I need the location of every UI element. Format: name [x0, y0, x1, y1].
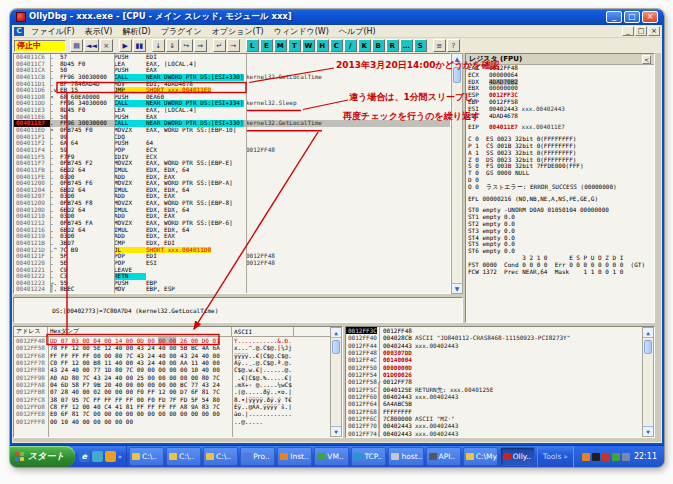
mdi-restore-button[interactable]: □ — [635, 26, 647, 36]
stack-row[interactable]: 0012FF6C│7C800000ASCII "MZ·" — [346, 415, 654, 422]
minimize-button[interactable]: _ — [606, 11, 622, 23]
taskbar-task-button[interactable]: C:\My.. — [463, 447, 498, 466]
disasm-row[interactable]: 00401224│.8BECMOVEBP, ESP — [14, 286, 450, 293]
tray-icon-5[interactable] — [622, 453, 630, 461]
scrollbar-thumb[interactable] — [332, 340, 340, 354]
tools-deskband[interactable]: Tools » — [537, 446, 573, 467]
start-button[interactable]: スタート — [10, 446, 75, 467]
stack-row[interactable]: 0012FF4400402443xxx.00402443 — [346, 342, 654, 349]
disasm-row[interactable]: 00401221.C9LEAVE — [14, 267, 450, 274]
stack-row[interactable]: 0012FF64│6A4ABC5B — [346, 400, 654, 407]
register-line[interactable]: EFL 00000216 (NO,NB,NE,A,NS,PE,GE,G) — [466, 196, 654, 203]
taskbar-task-button[interactable]: VM.. — [314, 447, 349, 466]
dump-row[interactable]: 0012FFB807 28 40 00 02 00 00 00 F0 FF 12… — [14, 388, 342, 395]
tray-icon-4[interactable] — [612, 453, 620, 461]
register-line[interactable]: T 0 GS 0000 NULL — [466, 170, 654, 177]
menu-item[interactable]: ヘルプ(H) — [334, 26, 381, 37]
execute-till-return-button[interactable]: ↵ — [213, 39, 226, 52]
toolbar-letter-/-button[interactable]: / — [344, 39, 357, 52]
register-line[interactable]: ST4 empty 0.0 — [466, 235, 654, 242]
disasm-row[interactable]: 0040121F.5FPOPEDI0012FF48 — [14, 253, 450, 260]
stack-row[interactable]: 0012FF5401D00026 — [346, 371, 654, 378]
disasm-row[interactable]: 0040121B.3BD7CMPEDX, EDI — [14, 240, 450, 247]
taskbar-task-button[interactable]: API.. — [426, 447, 461, 466]
toolbar-letter-K-button[interactable]: K — [358, 39, 371, 52]
toolbar-letter-T-button[interactable]: T — [288, 39, 301, 52]
tray-icon-3[interactable] — [602, 453, 610, 461]
disasm-row[interactable]: 0040121D.^7C B9JLSHORT xxx.004011D8 — [14, 247, 450, 254]
toolbar-letter-R-button[interactable]: R — [386, 39, 399, 52]
register-line[interactable]: D 0 — [466, 177, 654, 184]
menu-item[interactable]: 表示(V) — [80, 26, 118, 37]
stack-pane[interactable]: 0012FF3C0012FF480012FF40004028CBASCII "J… — [345, 326, 655, 438]
register-line[interactable]: ST1 empty 0.0 — [466, 214, 654, 221]
stack-row[interactable]: 0012FF74│00402443xxx.00402443 — [346, 430, 654, 437]
register-line[interactable]: EBP0012FF58 — [466, 99, 654, 106]
dump-row[interactable]: 0012FF8843 24 40 00 77 1D 80 7C 09 00 00… — [14, 366, 342, 373]
taskbar-task-button[interactable]: host.. — [388, 447, 423, 466]
taskbar-task-button[interactable]: Inst.. — [277, 447, 312, 466]
scrollbar-thumb[interactable] — [453, 67, 461, 83]
stack-row[interactable]: 0012FF5C│0040125ERETURN先: xxx.0040125E — [346, 386, 654, 393]
register-line[interactable]: A 1 SS 0023 32bit 0(FFFFFFFF) — [466, 150, 654, 157]
taskbar-task-button[interactable]: C:\.. — [203, 447, 238, 466]
taskbar-task-button[interactable]: C:\.. — [166, 447, 201, 466]
taskbar-task-button[interactable]: C:\.. — [129, 447, 164, 466]
disasm-row[interactable]: 004011F4.59POPECX0012FF48 — [14, 147, 450, 154]
tray-icon-2[interactable] — [592, 453, 600, 461]
run-button[interactable]: ▶ — [119, 39, 132, 52]
animate-into-button[interactable]: ⇓ — [166, 39, 179, 52]
register-line[interactable]: P 1 CS 001B 32bit 0(FFFFFFFF) — [466, 143, 654, 150]
taskbar-task-button[interactable]: Pro.. — [240, 447, 275, 466]
disasm-row[interactable]: 00401216.6BD2 64IMULEDX, EDX, 64 — [14, 227, 450, 234]
internet-explorer-icon[interactable]: e — [79, 451, 90, 462]
dump-row[interactable]: 0012FF5878 FF 12 00 5E 12 40 00 43 24 40… — [14, 344, 342, 351]
step-into-button[interactable]: ↓ — [152, 39, 165, 52]
register-line[interactable]: O 0 ラストエラー: ERROR_SUCCESS (00000000) — [466, 184, 654, 191]
toolbar-letter-E-button[interactable]: E — [260, 39, 273, 52]
toolbar-letter-B-button[interactable]: B — [372, 39, 385, 52]
dump-scrollbar[interactable]: ▲ ▼ — [330, 327, 342, 437]
menu-item[interactable]: ファイル(F) — [26, 26, 80, 37]
disasm-row[interactable]: 004011C7.8D45 F0LEAEAX, [LOCAL.4] — [14, 61, 450, 68]
stack-row[interactable]: 0012FF58┌0012FF78 — [346, 378, 654, 385]
register-line[interactable]: ECX00000064 — [466, 72, 654, 79]
dump-row[interactable]: 0012FFA804 6D 58 F7 9B 20 40 00 00 00 00… — [14, 381, 342, 388]
scroll-down-icon[interactable]: ▼ — [331, 426, 341, 436]
disasm-row[interactable]: 00401222.C3RETN — [14, 273, 450, 280]
close-button[interactable]: × — [642, 11, 658, 23]
toolbar-letter-H-button[interactable]: H — [316, 39, 329, 52]
register-line[interactable]: Z 0 DS 0023 32bit 0(FFFFFFFF) — [466, 157, 654, 164]
stack-scrollbar[interactable]: ▲ ▼ — [642, 327, 654, 437]
taskbar-task-button[interactable]: Olly.. — [500, 447, 535, 466]
stack-row[interactable]: 0012FF3C0012FF48 — [346, 327, 654, 334]
disasm-row[interactable]: 0040120D.6BD2 64IMULEDX, EDX, 64 — [14, 207, 450, 214]
register-line[interactable]: EDI4DAD4678 — [466, 113, 654, 120]
taskbar-task-button[interactable]: TCP.. — [351, 447, 386, 466]
register-line[interactable]: ST3 empty 0.0 — [466, 228, 654, 235]
register-line[interactable]: EIP004011E7 xxx.004011E7 — [466, 124, 654, 131]
register-line[interactable]: ST5 empty 0.0 — [466, 241, 654, 248]
register-line[interactable]: ESP0012FF3C — [466, 92, 654, 99]
help-button[interactable]: ? — [447, 39, 460, 52]
registers-nav-button[interactable]: < — [642, 55, 651, 64]
register-line[interactable]: ESI00402443 xxx.00402443 — [466, 106, 654, 113]
toolbar-letter-W-button[interactable]: W — [302, 39, 315, 52]
disasm-row[interactable]: 004011FB.6BD2 64IMULEDX, EDX, 64 — [14, 167, 450, 174]
register-line[interactable]: FCW 1372 Prec NEAR,64 Mask 1 1 0 0 1 0 — [466, 269, 654, 276]
register-line[interactable]: FST 0000 Cond 0 0 0 0 Err 0 0 0 0 0 0 0 … — [466, 262, 654, 269]
menu-item[interactable]: プラグイン — [156, 26, 207, 37]
scroll-down-icon[interactable]: ▼ — [452, 283, 462, 293]
step-over-button[interactable]: ↪ — [180, 39, 193, 52]
menu-item[interactable]: 解析(D) — [117, 26, 155, 37]
dump-row[interactable]: 0012FF98A0 AD 80 7C 43 24 40 00 25 00 00… — [14, 374, 342, 381]
register-line[interactable]: ST2 empty 0.0 — [466, 221, 654, 228]
disasm-row[interactable]: 00401223┌.55PUSHEBP — [14, 280, 450, 287]
disasm-row[interactable]: 004011ED>0FB745 F0MOVZXEAX, WORD PTR SS:… — [14, 127, 450, 134]
register-line[interactable]: EBX00000000 — [466, 85, 654, 92]
dump-row[interactable]: 0012FFD8C8 FF 12 00 40 C4 41 81 FF FF FF… — [14, 403, 342, 410]
disasm-row[interactable]: 00401204.6BD2 64IMULEDX, EDX, 64 — [14, 187, 450, 194]
register-line[interactable]: ST0 empty -UNORM D0A0 01050104 00000000 — [466, 207, 654, 214]
registers-pane[interactable]: レジスタ (FPU) < EAX0012FF48ECX00000064EDX4D… — [465, 53, 655, 323]
stack-row[interactable]: 0012FF68│FFFFFFFF — [346, 408, 654, 415]
